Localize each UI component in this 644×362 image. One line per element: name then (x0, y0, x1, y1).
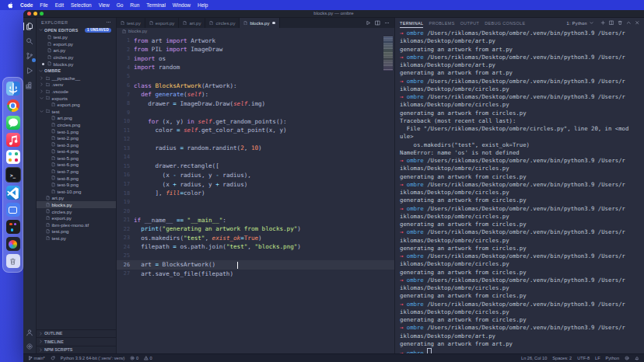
status-errors[interactable]: 0 (130, 356, 138, 360)
tab-blocks-py[interactable]: blocks.py (240, 18, 280, 28)
code-line[interactable]: 5 (117, 72, 394, 82)
menu-item-edit[interactable]: Edit (55, 2, 64, 8)
close-window-button[interactable] (27, 12, 31, 16)
open-editors-header[interactable]: OPEN EDITORS1 UNSAVED (37, 26, 116, 34)
tree-file[interactable]: blocks.py (37, 201, 116, 208)
minimap[interactable] (383, 37, 393, 71)
dock-chrome-icon[interactable] (6, 99, 20, 113)
terminal-picker[interactable]: 1: Python (565, 21, 595, 26)
section-outline[interactable]: OUTLINE (37, 329, 116, 338)
status-eol[interactable]: LF (595, 356, 600, 360)
menu-item-help[interactable]: Help (198, 2, 208, 8)
code-line[interactable]: 25 (117, 252, 394, 261)
code-line[interactable]: 20 (117, 207, 394, 216)
code-line[interactable]: 12 (117, 135, 394, 144)
tree-file[interactable]: ibm-plex-mono.ttf (37, 221, 116, 228)
dock-slack-icon[interactable] (6, 150, 20, 164)
open-editor-item[interactable]: blocks.py (37, 61, 116, 68)
kill-terminal-icon[interactable] (618, 20, 623, 26)
tree-file[interactable]: test-9.png (37, 181, 116, 188)
close-panel-icon[interactable] (635, 20, 640, 26)
settings-icon[interactable] (26, 343, 33, 350)
status-language-mode[interactable]: Python (606, 356, 619, 360)
code-line[interactable]: 24 filepath = os.path.join("test", "bloc… (117, 242, 394, 252)
open-editor-item[interactable]: circles.py (37, 54, 116, 61)
code-line[interactable]: 6class BlocksArtwork(Artwork): (117, 81, 394, 90)
tree-folder[interactable]: __pycache__ (37, 75, 116, 82)
tree-file[interactable]: art.png (37, 115, 116, 122)
dock-vscode-icon[interactable] (6, 186, 20, 200)
code-line[interactable]: 14 (117, 153, 394, 162)
tree-folder[interactable]: test (37, 108, 116, 115)
more-actions-icon[interactable] (384, 20, 390, 26)
code-line[interactable]: 18 ], fill=color) (117, 189, 394, 198)
dock-music-icon[interactable] (6, 133, 20, 147)
tree-file[interactable]: circles.py (37, 208, 116, 215)
code-line[interactable]: 13 radius = random.randint(2, 10) (117, 144, 394, 153)
tree-folder[interactable]: exports (37, 95, 116, 102)
panel-tab-debug-console[interactable]: DEBUG CONSOLE (485, 18, 525, 28)
code-line[interactable]: 8 drawer = ImageDraw.Draw(self.img) (117, 99, 394, 108)
code-line[interactable]: 4import random (117, 63, 394, 72)
code-line[interactable]: 16 (x - radius, y - radius), (117, 171, 394, 180)
tab-export-py[interactable]: export.py (145, 18, 180, 28)
tree-file[interactable]: art.py (37, 195, 116, 202)
tree-file[interactable]: circles.png (37, 121, 116, 128)
status-indentation[interactable]: Spaces: 2 (552, 356, 572, 360)
status-notifications[interactable] (635, 356, 639, 360)
section-npm-scripts[interactable]: NPM SCRIPTS (37, 346, 116, 354)
tab-art-py[interactable]: art.py (179, 18, 205, 28)
code-line[interactable]: 1from art import Artwork (117, 37, 394, 46)
apple-menu-icon[interactable] (8, 2, 13, 9)
code-line[interactable]: 2from PIL import ImageDraw (117, 45, 394, 54)
new-terminal-icon[interactable] (600, 20, 606, 26)
source-control-icon[interactable] (26, 52, 33, 60)
tree-folder[interactable]: .vscode (37, 88, 116, 95)
code-line[interactable]: 22 print("generating an artwork from blo… (117, 225, 394, 234)
maximize-panel-icon[interactable] (626, 20, 632, 26)
code-line[interactable]: 21if __name__ == "__main__": (117, 215, 394, 225)
menu-item-selection[interactable]: Selection (71, 2, 92, 8)
menu-item-window[interactable]: Window (173, 2, 191, 8)
code-line[interactable]: 19 (117, 197, 394, 207)
tree-file[interactable]: test-10.png (37, 188, 116, 195)
explorer-icon[interactable] (26, 23, 33, 30)
tree-file[interactable]: test-7.png (37, 168, 116, 175)
minimize-window-button[interactable] (33, 12, 37, 16)
code-line[interactable]: 23 os.makedirs("test", exist_ok=True) (117, 234, 394, 243)
dock-media-icon[interactable] (6, 237, 20, 251)
tree-file[interactable]: test.png (37, 228, 116, 235)
section-timeline[interactable]: TIMELINE (37, 337, 116, 346)
dock-finder-icon[interactable] (6, 82, 20, 96)
status-sync[interactable] (51, 356, 55, 360)
split-editor-icon[interactable] (375, 20, 380, 26)
tree-file[interactable]: test.py (37, 235, 116, 242)
workspace-header[interactable]: OMBRE (37, 67, 116, 75)
open-editor-item[interactable]: export.py (37, 40, 116, 47)
status-feedback[interactable] (625, 356, 629, 360)
menu-item-view[interactable]: View (99, 2, 110, 8)
tree-file[interactable]: export.png (37, 101, 116, 108)
run-debug-icon[interactable] (26, 67, 33, 75)
tab-test-py[interactable]: test.py (117, 18, 145, 28)
menu-item-terminal[interactable]: Terminal (146, 2, 166, 8)
menu-item-code[interactable]: Code (20, 2, 33, 8)
tree-file[interactable]: test-5.png (37, 155, 116, 162)
tree-file[interactable]: test-3.png (37, 141, 116, 148)
tree-file[interactable]: export.py (37, 214, 116, 221)
dock-trash-icon[interactable] (6, 254, 20, 268)
code-editor[interactable]: 1from art import Artwork2from PIL import… (117, 35, 394, 354)
status-warnings[interactable]: 0 (144, 356, 152, 360)
tab-circles-py[interactable]: circles.py (205, 18, 240, 28)
code-line[interactable]: 3import os (117, 54, 394, 64)
extensions-icon[interactable] (26, 82, 33, 89)
tree-file[interactable]: test-1.png (37, 128, 116, 135)
dock-messages-icon[interactable] (6, 116, 20, 130)
code-line[interactable]: 17 (x + radius, y + radius) (117, 179, 394, 189)
status-python-interpreter[interactable]: Python 3.9.2 64-bit ('.venv': venv) (61, 356, 125, 360)
dock-figma-icon[interactable] (6, 220, 20, 234)
code-line[interactable]: 15 drawer.rectangle([ (117, 162, 394, 171)
code-line[interactable]: 7 def generate(self): (117, 90, 394, 99)
code-line[interactable]: 11 color = self.get_color_at_point(x, y) (117, 126, 394, 135)
sidebar-more-actions-icon[interactable] (106, 19, 111, 26)
